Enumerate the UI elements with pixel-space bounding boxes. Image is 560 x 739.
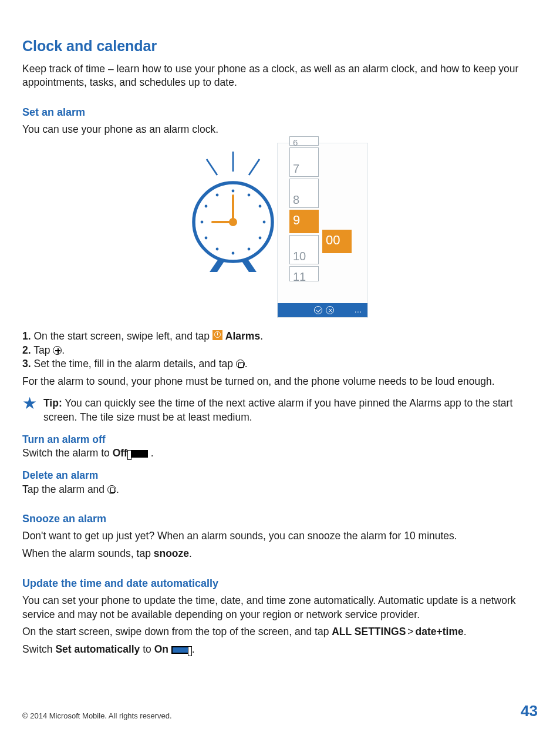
- add-icon: [53, 346, 62, 355]
- step-2: 2. Tap .: [22, 344, 538, 358]
- svg-point-10: [216, 248, 219, 251]
- phone-mockup: 6 7 8 9 10 11 00 ...: [277, 143, 368, 318]
- delete-text: Tap the alarm and .: [22, 483, 538, 497]
- svg-point-7: [263, 221, 266, 224]
- snooze-heading: Snooze an alarm: [22, 512, 538, 526]
- svg-point-5: [232, 252, 235, 255]
- picker-cell-selected: 00: [322, 230, 352, 253]
- minute-picker: 00: [322, 230, 352, 255]
- step-text: Tap: [33, 344, 53, 356]
- delete-heading: Delete an alarm: [22, 469, 538, 483]
- svg-line-2: [249, 159, 259, 175]
- picker-cell: 11: [289, 266, 319, 281]
- update-p3: Switch Set automatically to On .: [22, 643, 538, 657]
- picker-cell-selected: 9: [289, 210, 319, 233]
- svg-point-9: [248, 194, 251, 197]
- confirm-icon: [314, 306, 322, 314]
- update-p1: You can set your phone to update the tim…: [22, 594, 538, 622]
- cancel-icon: [326, 306, 334, 314]
- svg-point-14: [205, 237, 208, 240]
- step-text: Set the time, fill in the alarm details,…: [33, 358, 235, 370]
- picker-cell: 10: [289, 235, 319, 264]
- page-title: Clock and calendar: [22, 36, 538, 56]
- picker-cell: 8: [289, 179, 319, 208]
- set-alarm-heading: Set an alarm: [22, 105, 538, 119]
- intro-paragraph: Keep track of time – learn how to use yo…: [22, 62, 538, 90]
- save-icon: [236, 360, 245, 368]
- svg-point-18: [229, 218, 237, 226]
- copyright: © 2014 Microsoft Mobile. All rights rese…: [22, 711, 172, 721]
- snooze-p1: Don't want to get up just yet? When an a…: [22, 529, 538, 543]
- more-icon: ...: [355, 305, 362, 315]
- snooze-p2: When the alarm sounds, tap snooze.: [22, 547, 538, 561]
- step-number: 2.: [22, 344, 31, 356]
- hour-picker: 6 7 8 9 10 11: [289, 136, 319, 283]
- alarm-note: For the alarm to sound, your phone must …: [22, 375, 538, 389]
- svg-line-1: [207, 159, 217, 175]
- svg-point-8: [216, 194, 219, 197]
- phone-appbar: ...: [278, 303, 367, 317]
- alarms-tile-icon: [212, 330, 222, 340]
- svg-point-4: [232, 190, 235, 193]
- svg-point-6: [201, 221, 204, 224]
- svg-point-11: [248, 248, 251, 251]
- star-icon: ★: [22, 395, 38, 412]
- toggle-on-icon: [171, 646, 189, 654]
- tip-block: ★ Tip: You can quickly see the time of t…: [22, 397, 538, 424]
- update-p2: On the start screen, swipe down from the…: [22, 625, 538, 639]
- step-1: 1. On the start screen, swipe left, and …: [22, 330, 538, 344]
- picker-cell: 6: [289, 136, 319, 146]
- step-number: 3.: [22, 358, 31, 370]
- alarm-illustration: 6 7 8 9 10 11 00 ...: [192, 143, 368, 319]
- page-footer: © 2014 Microsoft Mobile. All rights rese…: [22, 701, 538, 721]
- step-text: On the start screen, swipe left, and tap: [33, 330, 212, 342]
- svg-point-13: [259, 205, 262, 208]
- svg-point-15: [259, 237, 262, 240]
- turn-off-heading: Turn an alarm off: [22, 433, 538, 447]
- turn-off-text: Switch the alarm to Off .: [22, 446, 538, 461]
- set-alarm-desc: You can use your phone as an alarm clock…: [22, 123, 538, 137]
- delete-icon: [107, 485, 116, 494]
- tip-text: Tip: You can quickly see the time of the…: [43, 397, 538, 424]
- toggle-off-icon: [130, 450, 148, 458]
- tip-label: Tip:: [43, 397, 62, 409]
- alarms-label: Alarms: [225, 330, 260, 342]
- svg-point-12: [205, 205, 208, 208]
- step-number: 1.: [22, 330, 31, 342]
- picker-cell: 7: [289, 147, 319, 177]
- step-3: 3. Set the time, fill in the alarm detai…: [22, 357, 538, 371]
- update-heading: Update the time and date automatically: [22, 576, 538, 590]
- page-number: 43: [521, 701, 538, 721]
